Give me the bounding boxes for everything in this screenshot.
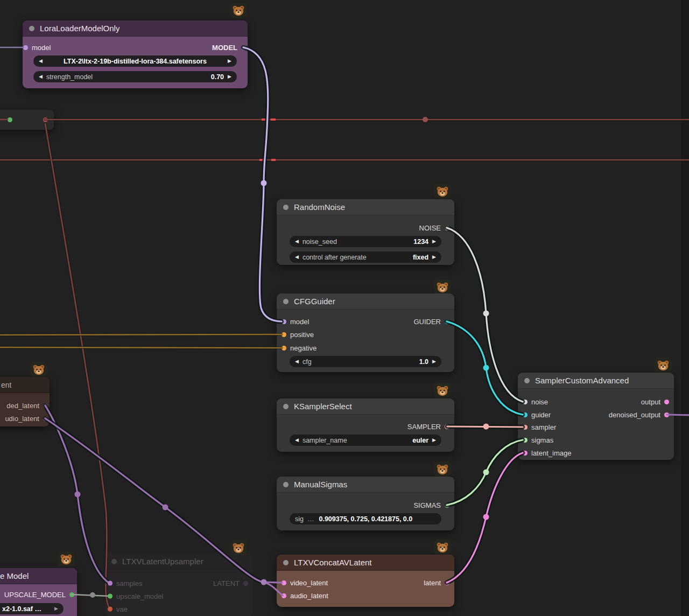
- collapsed-node-input-dot[interactable]: [8, 117, 12, 122]
- model-port-dot[interactable]: [241, 45, 246, 50]
- collapse-toggle-icon[interactable]: [283, 404, 289, 409]
- node-header[interactable]: SamplerCustomAdvanced: [518, 373, 674, 389]
- noise-seed-widget[interactable]: ◀ noise_seed 1234 ▶: [290, 236, 441, 247]
- input-port-upscale-model[interactable]: upscale_model: [108, 591, 163, 601]
- node-ltxv-latent-upsampler[interactable]: LTXVLatentUpsampler samples upscale_mode…: [105, 554, 253, 616]
- upscale-model-name-widget[interactable]: x2-1.0.saf … ▶: [0, 603, 64, 614]
- node-lora-loader-model-only[interactable]: LoraLoaderModelOnly model MODEL ◀ LTX-2\…: [23, 20, 248, 88]
- input-port-audio-latent[interactable]: audio_latent: [282, 591, 328, 600]
- node-header[interactable]: KSamplerSelect: [277, 398, 454, 415]
- collapse-toggle-icon[interactable]: [111, 559, 117, 564]
- collapse-toggle-icon[interactable]: [29, 26, 34, 31]
- output-port-noise[interactable]: NOISE: [419, 223, 449, 233]
- output-port-output[interactable]: output: [641, 397, 669, 407]
- node-random-noise[interactable]: RandomNoise NOISE ◀ noise_seed 1234 ▶ ◀ …: [277, 199, 454, 265]
- latent-port-dot[interactable]: [523, 451, 528, 456]
- input-port-positive[interactable]: positive: [282, 330, 314, 339]
- sampler-port-dot[interactable]: [523, 425, 528, 430]
- input-port-vae[interactable]: vae: [108, 604, 128, 614]
- increment-arrow-icon[interactable]: ▶: [54, 606, 58, 611]
- node-manual-sigmas[interactable]: ManualSigmas SIGMAS sig … 0.909375, 0.72…: [277, 477, 454, 530]
- input-port-latent-image[interactable]: latent_image: [523, 448, 571, 458]
- collapse-toggle-icon[interactable]: [283, 299, 289, 304]
- sigmas-port-dot[interactable]: [445, 503, 449, 508]
- node-sampler-custom-advanced[interactable]: SamplerCustomAdvanced noise guider sampl…: [518, 373, 674, 460]
- reroute-dot[interactable]: [483, 470, 489, 475]
- sampler-port-dot[interactable]: [445, 424, 449, 429]
- control-after-generate-widget[interactable]: ◀ control after generate fixed ▶: [290, 251, 441, 263]
- latent-port-dot[interactable]: [43, 403, 48, 408]
- increment-arrow-icon[interactable]: ▶: [432, 438, 436, 443]
- latent-port-dot[interactable]: [282, 593, 286, 598]
- conditioning-port-dot[interactable]: [282, 332, 286, 337]
- decrement-arrow-icon[interactable]: ◀: [295, 239, 299, 244]
- decrement-arrow-icon[interactable]: ◀: [39, 59, 43, 64]
- input-port-guider[interactable]: guider: [523, 410, 551, 419]
- output-port-model[interactable]: MODEL: [212, 43, 246, 52]
- input-port-negative[interactable]: negative: [282, 343, 317, 353]
- reroute-dot[interactable]: [75, 492, 81, 498]
- input-port-sampler[interactable]: sampler: [523, 422, 556, 432]
- collapse-toggle-icon[interactable]: [283, 482, 289, 487]
- increment-arrow-icon[interactable]: ▶: [432, 255, 436, 260]
- output-port-ded-latent[interactable]: ded_latent: [6, 401, 48, 410]
- reroute-dot[interactable]: [261, 579, 267, 585]
- node-ltxv-concat-av-latent[interactable]: LTXVConcatAVLatent video_latent audio_la…: [277, 555, 454, 607]
- latent-port-dot[interactable]: [445, 580, 449, 585]
- latent-port-dot[interactable]: [243, 581, 248, 586]
- increment-arrow-icon[interactable]: ▶: [432, 359, 436, 364]
- noise-port-dot[interactable]: [523, 400, 528, 404]
- decrement-arrow-icon[interactable]: ◀: [295, 255, 299, 260]
- latent-port-dot[interactable]: [664, 400, 669, 404]
- upscale-model-port-dot[interactable]: [69, 592, 74, 597]
- latent-port-dot[interactable]: [664, 412, 669, 417]
- input-port-samples[interactable]: samples: [108, 578, 142, 588]
- decrement-arrow-icon[interactable]: ◀: [39, 74, 43, 79]
- collapsed-node[interactable]: [0, 110, 54, 130]
- output-port-sampler[interactable]: SAMPLER: [407, 422, 449, 431]
- reroute-dot[interactable]: [261, 180, 267, 186]
- node-header[interactable]: LoraLoaderModelOnly: [23, 20, 248, 37]
- sampler-name-widget[interactable]: ◀ sampler_name euler ▶: [290, 435, 441, 446]
- collapse-toggle-icon[interactable]: [524, 378, 530, 383]
- input-port-model[interactable]: model: [23, 43, 51, 52]
- conditioning-port-dot[interactable]: [282, 346, 286, 351]
- collapsed-node-output-dot[interactable]: [43, 117, 48, 122]
- output-port-denoised-output[interactable]: denoised_output: [609, 410, 669, 419]
- node-upscale-model-loader[interactable]: e Model UPSCALE_MODEL x2-1.0.saf … ▶: [0, 568, 77, 616]
- guider-port-dot[interactable]: [523, 412, 528, 417]
- output-port-latent[interactable]: LATENT: [213, 578, 248, 588]
- output-port-upscale-model[interactable]: UPSCALE_MODEL: [4, 590, 74, 599]
- output-port-sigmas[interactable]: SIGMAS: [413, 500, 449, 510]
- node-graph-canvas[interactable]: LoraLoaderModelOnly model MODEL ◀ LTX-2\…: [0, 0, 689, 616]
- upscale-model-port-dot[interactable]: [108, 594, 113, 599]
- collapse-toggle-icon[interactable]: [283, 205, 289, 210]
- model-port-dot[interactable]: [282, 319, 286, 324]
- input-port-noise[interactable]: noise: [523, 397, 548, 407]
- input-port-video-latent[interactable]: video_latent: [282, 578, 328, 587]
- latent-port-dot[interactable]: [282, 580, 286, 585]
- reroute-dot[interactable]: [90, 592, 95, 598]
- increment-arrow-icon[interactable]: ▶: [432, 239, 436, 244]
- vae-port-dot[interactable]: [108, 607, 113, 612]
- model-port-dot[interactable]: [23, 45, 28, 50]
- output-port-udio-latent[interactable]: udio_latent: [5, 414, 48, 423]
- node-header[interactable]: ent: [0, 377, 50, 393]
- increment-arrow-icon[interactable]: ▶: [228, 59, 231, 64]
- node-header[interactable]: LTXVLatentUpsampler: [105, 554, 253, 570]
- reroute-dot[interactable]: [483, 311, 489, 317]
- reroute-dot[interactable]: [423, 117, 428, 122]
- reroute-dot[interactable]: [163, 505, 168, 510]
- output-port-guider[interactable]: GUIDER: [413, 317, 449, 326]
- noise-port-dot[interactable]: [445, 226, 449, 230]
- decrement-arrow-icon[interactable]: ◀: [295, 359, 299, 364]
- sigmas-text-widget[interactable]: sig … 0.909375, 0.725, 0.421875, 0.0: [290, 513, 441, 524]
- node-partial-latent[interactable]: ent ded_latent udio_latent: [0, 377, 50, 426]
- guider-port-dot[interactable]: [445, 319, 449, 324]
- node-header[interactable]: ManualSigmas: [277, 477, 454, 493]
- sigmas-port-dot[interactable]: [523, 438, 528, 443]
- node-header[interactable]: LTXVConcatAVLatent: [277, 555, 454, 571]
- node-header[interactable]: RandomNoise: [277, 199, 454, 215]
- reroute-dot[interactable]: [483, 365, 489, 371]
- latent-port-dot[interactable]: [43, 416, 48, 421]
